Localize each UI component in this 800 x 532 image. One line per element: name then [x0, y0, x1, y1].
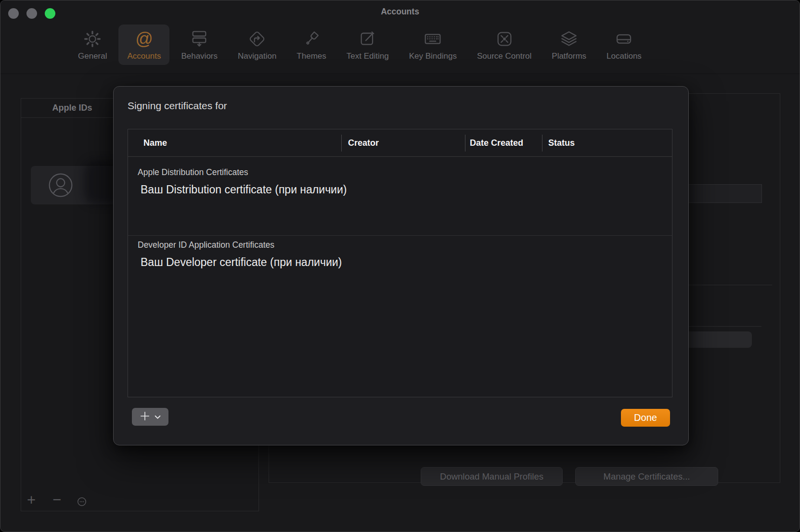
divider	[675, 285, 772, 285]
tab-accounts[interactable]: @ Accounts	[118, 25, 169, 65]
add-account-button[interactable]: +	[27, 493, 36, 507]
column-divider[interactable]	[341, 135, 342, 152]
download-manual-profiles-button[interactable]: Download Manual Profiles	[421, 467, 563, 486]
tab-label: Accounts	[127, 51, 161, 61]
window-title: Accounts	[0, 7, 800, 17]
chevron-down-icon	[155, 413, 161, 421]
layers-icon	[559, 27, 579, 51]
table-row-distribution-certificate[interactable]: Ваш Distribution certificate (при наличи…	[141, 183, 347, 196]
tab-themes[interactable]: Themes	[288, 25, 335, 65]
tab-label: Key Bindings	[409, 51, 457, 61]
gear-icon	[83, 27, 102, 51]
tab-label: Text Editing	[347, 51, 389, 61]
paintbrush-icon	[302, 27, 321, 51]
keyboard-icon	[423, 27, 442, 51]
tab-navigation[interactable]: Navigation	[229, 25, 285, 65]
signing-certificates-sheet: Signing certificates for Name Creator Da…	[113, 86, 689, 445]
plus-icon	[140, 411, 150, 423]
tab-locations[interactable]: Locations	[598, 25, 650, 65]
tab-general[interactable]: General	[69, 25, 116, 65]
certificates-table: Name Creator Date Created Status Apple D…	[128, 129, 672, 397]
at-sign-icon: @	[135, 27, 153, 51]
table-row-developer-certificate[interactable]: Ваш Developer certificate (при наличии)	[141, 256, 342, 269]
person-avatar-icon	[47, 172, 74, 199]
sheet-title: Signing certificates for	[128, 100, 227, 112]
done-button[interactable]: Done	[621, 409, 670, 427]
more-circle-icon[interactable]	[77, 496, 87, 509]
tab-label: Navigation	[238, 51, 276, 61]
manage-certificates-button[interactable]: Manage Certificates...	[575, 467, 718, 486]
done-button-label: Done	[634, 412, 657, 423]
tab-behaviors[interactable]: Behaviors	[172, 25, 226, 65]
tab-label: Themes	[297, 51, 326, 61]
preferences-toolbar: General @ Accounts Behaviors	[69, 25, 650, 65]
group-header-developer-id: Developer ID Application Certificates	[138, 240, 274, 250]
preferences-window: Accounts General @ Accounts	[0, 0, 800, 532]
tab-label: Locations	[606, 51, 642, 61]
tab-label: Behaviors	[181, 51, 218, 61]
add-certificate-button[interactable]	[132, 408, 168, 426]
button-label: Manage Certificates...	[604, 471, 690, 482]
group-header-apple-distribution: Apple Distribution Certificates	[138, 167, 248, 177]
tab-label: Platforms	[552, 51, 586, 61]
navigation-icon	[247, 27, 267, 51]
tab-platforms[interactable]: Platforms	[543, 25, 595, 65]
table-header: Name Creator Date Created Status	[128, 129, 672, 157]
column-divider[interactable]	[542, 135, 542, 152]
tab-text-editing[interactable]: Text Editing	[338, 25, 398, 65]
column-header-date-created[interactable]: Date Created	[470, 129, 523, 157]
title-bar: Accounts General @ Accounts	[0, 0, 800, 74]
column-header-status[interactable]: Status	[548, 129, 575, 157]
remove-account-button[interactable]: −	[52, 493, 61, 507]
tab-label: General	[78, 51, 107, 61]
apple-ids-header: Apple IDs	[21, 99, 123, 117]
button-label: Download Manual Profiles	[440, 471, 543, 482]
column-divider[interactable]	[465, 135, 465, 152]
pencil-square-icon	[358, 27, 377, 51]
tab-key-bindings[interactable]: Key Bindings	[400, 25, 465, 65]
hard-drive-icon	[614, 27, 633, 51]
divider	[128, 235, 672, 236]
source-control-icon	[495, 27, 514, 51]
tab-source-control[interactable]: Source Control	[468, 25, 540, 65]
column-header-name[interactable]: Name	[143, 129, 167, 157]
tab-label: Source Control	[477, 51, 531, 61]
behaviors-icon	[190, 27, 209, 51]
column-header-creator[interactable]: Creator	[348, 129, 379, 157]
